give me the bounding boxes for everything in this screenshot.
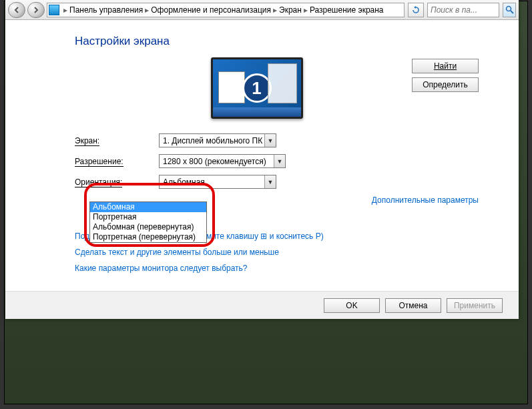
cancel-button[interactable]: Отмена (385, 298, 441, 313)
search-button[interactable] (503, 3, 516, 17)
control-panel-icon (49, 5, 59, 15)
which-settings-link[interactable]: Какие параметры монитора следует выбрать… (75, 264, 479, 273)
chevron-right-icon[interactable]: ▸ (62, 5, 69, 15)
breadcrumb-item[interactable]: Экран (278, 5, 302, 15)
forward-button[interactable] (27, 2, 45, 18)
search-box[interactable] (427, 3, 499, 17)
advanced-settings-link[interactable]: Дополнительные параметры (372, 195, 479, 205)
orientation-option[interactable]: Портретная (перевернутая) (90, 232, 206, 242)
display-combo-value: 1. Дисплей мобильного ПК (160, 136, 264, 145)
text-size-link[interactable]: Сделать текст и другие элементы больше и… (75, 248, 479, 257)
monitor-number: 1 (242, 73, 272, 103)
breadcrumb-item[interactable]: Разрешение экрана (309, 5, 384, 15)
chevron-right-icon[interactable]: ▸ (144, 5, 150, 15)
apply-button: Применить (447, 298, 503, 313)
toolbar: ▸ Панель управления ▸ Оформление и персо… (5, 0, 519, 20)
display-combo[interactable]: 1. Дисплей мобильного ПК ▼ (159, 133, 276, 147)
chevron-down-icon[interactable]: ▼ (274, 155, 285, 167)
resolution-combo-value: 1280 x 800 (рекомендуется) (160, 157, 274, 166)
page-title: Настройки экрана (75, 35, 479, 48)
find-button[interactable]: Найти (412, 59, 479, 73)
ok-button[interactable]: OK (324, 298, 380, 313)
orientation-option[interactable]: Портретная (90, 212, 206, 222)
orientation-option[interactable]: Альбомная (90, 202, 206, 212)
button-bar: OK Отмена Применить (5, 291, 519, 319)
chevron-down-icon[interactable]: ▼ (264, 175, 276, 188)
orientation-dropdown-list[interactable]: Альбомная Портретная Альбомная (переверн… (89, 201, 207, 243)
monitor-thumbnail[interactable]: 1 (211, 57, 303, 119)
orientation-option[interactable]: Альбомная (перевернутая) (90, 222, 206, 232)
breadcrumb-item[interactable]: Панель управления (69, 5, 144, 15)
orientation-combo[interactable]: Альбомная ▼ (159, 175, 276, 189)
display-label: Экран: (75, 136, 159, 145)
refresh-button[interactable] (408, 3, 424, 17)
orientation-label: Ориентация: (75, 177, 159, 187)
svg-point-0 (506, 7, 511, 11)
svg-line-1 (511, 11, 513, 13)
chevron-down-icon[interactable]: ▼ (264, 134, 276, 147)
content-area: Настройки экрана 1 Найти Определить Экра… (5, 20, 519, 291)
control-panel-window: ▸ Панель управления ▸ Оформление и персо… (5, 0, 519, 319)
resolution-label: Разрешение: (75, 157, 159, 166)
display-preview[interactable]: 1 (75, 57, 412, 119)
chevron-right-icon[interactable]: ▸ (272, 5, 278, 15)
back-button[interactable] (8, 2, 25, 18)
detect-button[interactable]: Определить (412, 77, 479, 92)
search-input[interactable] (431, 5, 496, 15)
orientation-combo-value: Альбомная (160, 177, 264, 187)
breadcrumb-item[interactable]: Оформление и персонализация (150, 5, 272, 15)
resolution-combo[interactable]: 1280 x 800 (рекомендуется) ▼ (159, 154, 286, 168)
chevron-right-icon[interactable]: ▸ (302, 5, 309, 15)
breadcrumb[interactable]: ▸ Панель управления ▸ Оформление и персо… (47, 3, 405, 17)
